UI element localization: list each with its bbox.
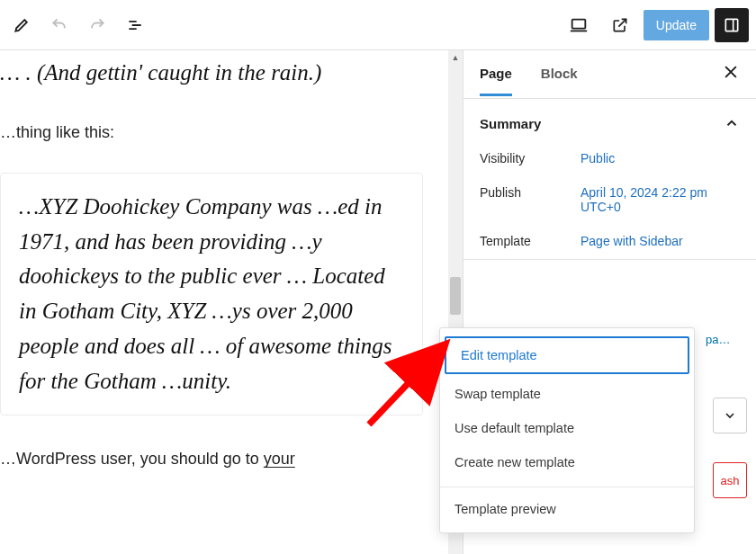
menu-template-preview[interactable]: Template preview — [440, 493, 694, 520]
top-toolbar: Update — [0, 0, 756, 50]
menu-divider — [440, 487, 694, 487]
chevron-up-icon — [724, 115, 740, 131]
outline-icon — [126, 16, 144, 34]
sidebar-icon — [723, 16, 741, 34]
publish-value[interactable]: April 10, 2024 2:22 pm UTC+0 — [580, 185, 740, 214]
menu-use-default-template[interactable]: Use default template — [440, 411, 694, 445]
laptop-icon — [569, 15, 589, 35]
publish-row: Publish April 10, 2024 2:22 pm UTC+0 — [480, 185, 740, 214]
menu-create-new-template[interactable]: Create new template — [440, 445, 694, 479]
visibility-value[interactable]: Public — [580, 151, 740, 165]
editor-canvas[interactable]: … . (And gettin' caught in the rain.) …t… — [0, 50, 463, 554]
editor-content: … . (And gettin' caught in the rain.) …t… — [0, 56, 445, 469]
move-to-trash-button[interactable]: ash — [713, 462, 747, 498]
close-sidebar-button[interactable] — [722, 63, 740, 86]
template-row: Template Page with Sidebar — [480, 234, 740, 248]
settings-sidebar-toggle[interactable] — [715, 8, 749, 42]
publish-label: Publish — [480, 185, 580, 214]
scroll-up-icon[interactable]: ▲ — [448, 50, 463, 65]
external-link-icon — [611, 16, 629, 34]
svg-rect-0 — [572, 19, 586, 28]
tab-page[interactable]: Page — [480, 66, 512, 96]
undo-icon — [50, 16, 68, 34]
link-your[interactable]: your — [264, 450, 295, 468]
sidebar-tabs: Page Block — [464, 50, 756, 99]
scrollbar-thumb[interactable] — [450, 277, 461, 315]
close-icon — [722, 63, 740, 81]
external-link-button[interactable] — [602, 7, 638, 43]
paragraph-2-text: …WordPress user, you should go to — [0, 450, 264, 468]
template-label: Template — [480, 234, 580, 248]
document-outline-button[interactable] — [117, 7, 153, 43]
summary-panel: Summary Visibility Public Publish April … — [464, 99, 756, 260]
paragraph-1[interactable]: …thing like this: — [0, 123, 423, 142]
menu-edit-template[interactable]: Edit template — [445, 336, 689, 374]
paragraph-2[interactable]: …WordPress user, you should go to your — [0, 450, 423, 469]
template-value[interactable]: Page with Sidebar — [580, 234, 740, 248]
quote-paragraph-1[interactable]: … . (And gettin' caught in the rain.) — [0, 56, 423, 91]
dropdown-caret-button[interactable] — [713, 398, 747, 433]
chevron-down-icon — [723, 408, 737, 423]
truncated-link[interactable]: pa… — [706, 333, 747, 346]
template-options-menu: Edit template Swap template Use default … — [439, 327, 695, 533]
toolbar-right: Update — [561, 7, 749, 43]
svg-rect-1 — [725, 19, 737, 31]
update-button[interactable]: Update — [644, 10, 709, 40]
quote-block[interactable]: …XYZ Doohickey Company was …ed in 1971, … — [0, 173, 423, 416]
redo-icon — [88, 16, 106, 34]
redo-button[interactable] — [79, 7, 115, 43]
quote-paragraph-2: …XYZ Doohickey Company was …ed in 1971, … — [19, 190, 404, 399]
summary-body: Visibility Public Publish April 10, 2024… — [480, 151, 740, 248]
summary-panel-header[interactable]: Summary — [480, 115, 740, 131]
tab-block[interactable]: Block — [541, 66, 578, 96]
visibility-row: Visibility Public — [480, 151, 740, 165]
view-button[interactable] — [561, 7, 597, 43]
edit-icon-button[interactable] — [4, 7, 40, 43]
undo-button[interactable] — [41, 7, 77, 43]
pencil-icon — [13, 16, 31, 34]
menu-swap-template[interactable]: Swap template — [440, 377, 694, 411]
summary-title: Summary — [480, 116, 541, 131]
toolbar-left — [4, 7, 153, 43]
visibility-label: Visibility — [480, 151, 580, 165]
